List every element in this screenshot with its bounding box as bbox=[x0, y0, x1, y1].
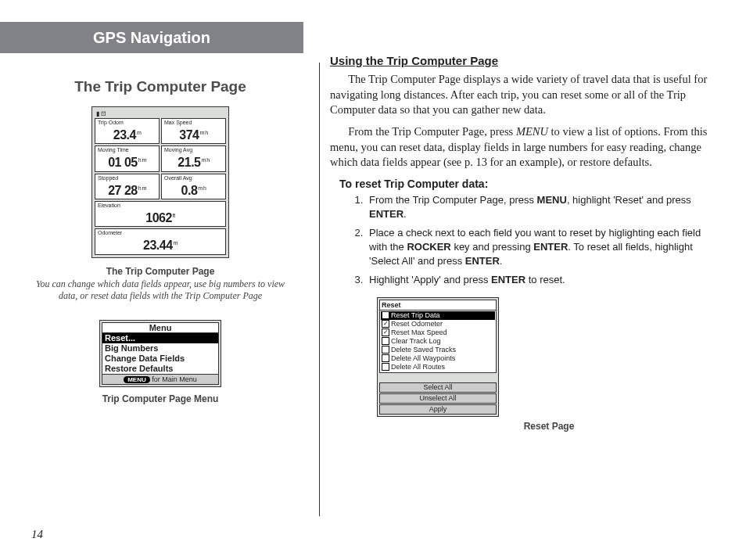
field-max-speed: Max Speed 374m h bbox=[161, 118, 226, 144]
reset-row: Reset Max Speed bbox=[381, 328, 495, 337]
left-title: The Trip Computer Page bbox=[31, 78, 289, 95]
trip-computer-screenshot: ▮ ⊡ Trip Odom 23.4m Max Speed 374m h Mov… bbox=[91, 106, 229, 258]
menu-item: Big Numbers bbox=[102, 343, 218, 354]
reset-row-label: Reset Odometer bbox=[391, 320, 443, 328]
left-column: The Trip Computer Page ▮ ⊡ Trip Odom 23.… bbox=[31, 78, 289, 404]
reset-screen-button: Apply bbox=[379, 404, 497, 415]
menu-title: Menu bbox=[102, 322, 219, 332]
step-1: From the Trip Computer Page, press MENU,… bbox=[366, 193, 721, 221]
step-3: Highlight 'Apply' and press ENTER to res… bbox=[366, 273, 721, 287]
section-title: GPS Navigation bbox=[93, 29, 210, 47]
reset-screen-button: Select All bbox=[379, 382, 497, 393]
menu-button-label: MENU bbox=[124, 376, 150, 383]
reset-row-label: Reset Max Speed bbox=[391, 328, 447, 337]
field-stopped: Stopped 27 28h m bbox=[95, 174, 160, 199]
reset-row-label: Clear Track Log bbox=[391, 337, 441, 346]
field-moving-avg: Moving Avg 21.5m h bbox=[161, 145, 226, 171]
steps-list: From the Trip Computer Page, press MENU,… bbox=[353, 193, 721, 288]
field-moving-time: Moving Time 01 05h m bbox=[95, 145, 160, 171]
checkbox-icon bbox=[382, 337, 389, 345]
reset-row: Delete All Waypoints bbox=[381, 354, 495, 363]
field-elevation: Elevation 1062ft bbox=[95, 201, 226, 227]
menu-footer-text: for Main Menu bbox=[152, 375, 197, 383]
reset-row: Delete All Routes bbox=[381, 363, 495, 372]
menu-screenshot: Menu Reset...Big NumbersChange Data Fiel… bbox=[99, 320, 221, 387]
column-separator bbox=[319, 63, 320, 516]
device-statusbar: ▮ ⊡ bbox=[95, 109, 226, 118]
figure2-caption: Trip Computer Page Menu bbox=[31, 393, 289, 404]
reset-title: Reset bbox=[379, 300, 497, 310]
checkbox-icon bbox=[382, 354, 389, 362]
checkbox-icon bbox=[382, 311, 389, 319]
reset-row-label: Reset Trip Data bbox=[391, 311, 440, 320]
subheading: Using the Trip Computer Page bbox=[330, 53, 721, 69]
figure1-caption-desc: You can change which data fields appear,… bbox=[34, 278, 286, 303]
paragraph-2: From the Trip Computer Page, press MENU … bbox=[330, 124, 721, 171]
figure1-caption-title: The Trip Computer Page bbox=[31, 266, 289, 277]
reset-screen-button: Unselect All bbox=[379, 393, 497, 404]
reset-row-label: Delete All Routes bbox=[391, 363, 445, 372]
checkbox-icon bbox=[382, 346, 389, 354]
menu-item: Reset... bbox=[102, 333, 218, 343]
paragraph-1: The Trip Computer Page displays a wide v… bbox=[330, 72, 721, 118]
checkbox-icon bbox=[382, 363, 389, 371]
checkbox-icon bbox=[382, 328, 389, 336]
section-header: GPS Navigation bbox=[0, 22, 303, 53]
menu-item: Restore Defaults bbox=[102, 364, 218, 374]
reset-row: Reset Odometer bbox=[381, 320, 495, 328]
menu-footer: MENU for Main Menu bbox=[102, 375, 219, 385]
right-column: Using the Trip Computer Page The Trip Co… bbox=[330, 53, 721, 433]
reset-row: Delete Saved Tracks bbox=[381, 346, 495, 354]
reset-row-label: Delete Saved Tracks bbox=[391, 346, 456, 354]
field-trip-odom: Trip Odom 23.4m bbox=[95, 118, 160, 144]
reset-caption: Reset Page bbox=[377, 420, 721, 433]
field-overall-avg: Overall Avg 0.8m h bbox=[161, 174, 226, 199]
menu-item: Change Data Fields bbox=[102, 354, 218, 364]
checkbox-icon bbox=[382, 320, 389, 328]
steps-title: To reset Trip Computer data: bbox=[339, 177, 721, 192]
reset-row-label: Delete All Waypoints bbox=[391, 354, 455, 363]
reset-screenshot: Reset Reset Trip DataReset OdometerReset… bbox=[377, 297, 499, 417]
field-odometer: Odometer 23.44m bbox=[95, 228, 226, 254]
reset-row: Reset Trip Data bbox=[381, 311, 495, 320]
page-number: 14 bbox=[31, 528, 43, 541]
step-2: Place a check next to each field you wan… bbox=[366, 226, 721, 269]
reset-row: Clear Track Log bbox=[381, 337, 495, 346]
